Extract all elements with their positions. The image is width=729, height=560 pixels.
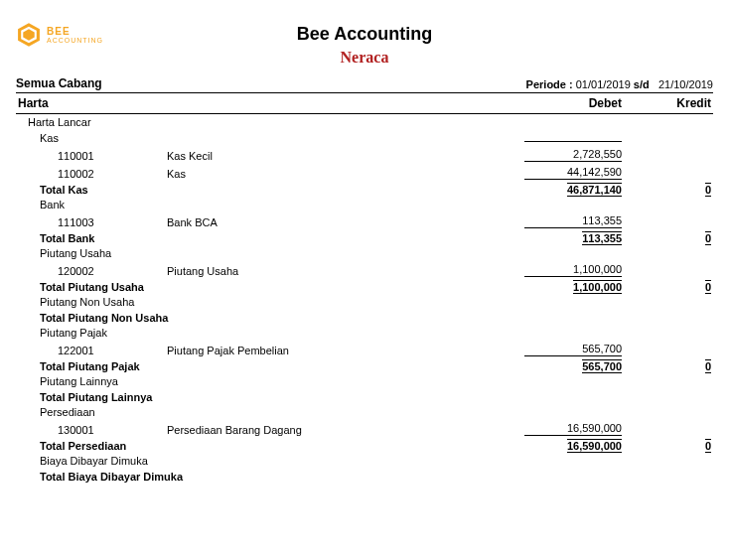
row-persediaan-header: Persediaan	[16, 405, 713, 420]
row-total-plain: Total Piutang Lainnya	[16, 389, 713, 405]
row-kas: 110002Kas44,142,590	[16, 164, 713, 182]
row-total-pu: Total Piutang Usaha1,100,0000	[16, 279, 713, 295]
branch-filter: Semua Cabang	[16, 76, 102, 90]
row-ppajak-header: Piutang Pajak	[16, 326, 713, 341]
row-pu: 120002Piutang Usaha1,100,000	[16, 261, 713, 279]
row-bank-bca: 111003Bank BCA113,355	[16, 212, 713, 230]
row-bank-header: Bank	[16, 198, 713, 212]
logo-hex-icon	[16, 22, 42, 48]
row-kas-header: Kas	[16, 130, 713, 146]
period-range: Periode : 01/01/2019 s/d 21/10/2019	[526, 78, 713, 90]
col-kredit: Kredit	[624, 93, 713, 114]
col-harta: Harta	[16, 93, 495, 114]
period-row: Semua Cabang Periode : 01/01/2019 s/d 21…	[16, 76, 713, 90]
row-total-pp: Total Piutang Pajak565,7000	[16, 358, 713, 374]
row-total-bdd: Total Biaya Dibayar Dimuka	[16, 469, 713, 485]
balance-table: Harta Debet Kredit Harta Lancar Kas 1100…	[16, 92, 713, 485]
row-total-bank: Total Bank113,3550	[16, 230, 713, 246]
report-title: Bee Accounting	[16, 24, 713, 45]
brand-logo: BEE ACCOUNTING	[16, 22, 103, 48]
brand-line2: ACCOUNTING	[47, 37, 103, 44]
row-pd: 130001Persediaan Barang Dagang16,590,000	[16, 420, 713, 438]
row-total-pnu: Total Piutang Non Usaha	[16, 310, 713, 326]
row-pu-header: Piutang Usaha	[16, 246, 713, 261]
row-plain-header: Piutang Lainnya	[16, 374, 713, 389]
row-total-kas: Total Kas46,871,1400	[16, 182, 713, 198]
row-pp: 122001Piutang Pajak Pembelian565,700	[16, 341, 713, 358]
table-header-row: Harta Debet Kredit	[16, 93, 713, 114]
row-pnu-header: Piutang Non Usaha	[16, 295, 713, 310]
row-bdd-header: Biaya Dibayar Dimuka	[16, 454, 713, 469]
row-harta-lancar: Harta Lancar	[16, 114, 713, 131]
row-total-pd: Total Persediaan16,590,0000	[16, 438, 713, 454]
report-subtitle: Neraca	[16, 49, 713, 67]
brand-line1: BEE	[47, 27, 103, 37]
row-kas-kecil: 110001Kas Kecil2,728,550	[16, 146, 713, 164]
col-debet: Debet	[495, 93, 624, 114]
